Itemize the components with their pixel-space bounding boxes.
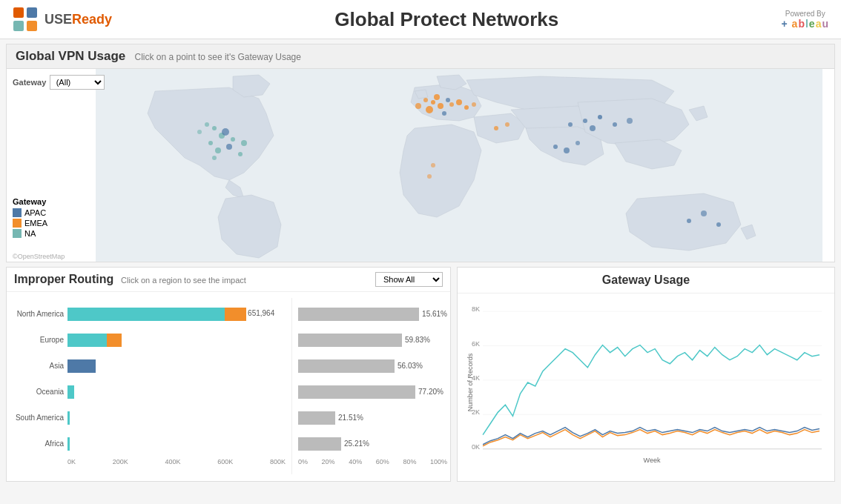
svg-point-9 [231, 137, 235, 142]
bar-europe-teal [67, 334, 107, 347]
pct-label-europe: 59.83% [405, 336, 430, 344]
legend-na-color [13, 229, 22, 238]
bar-asia [67, 359, 286, 373]
svg-rect-1 [27, 7, 37, 18]
gateway-usage-panel: Gateway Usage 8K 6K 4K 2K 0K Number of R… [457, 267, 835, 482]
gateway-filter: Gateway (All) APAC EMEA NA [13, 75, 105, 90]
pct-row-asia[interactable]: 56.03% [298, 358, 447, 374]
svg-point-24 [456, 99, 462, 105]
bar-africa [67, 437, 286, 451]
svg-point-18 [438, 103, 443, 109]
bar-row-na[interactable]: North America 651,964 [10, 306, 286, 322]
svg-point-14 [197, 130, 202, 134]
map-header: Global VPN Usage Click on a point to see… [7, 44, 834, 69]
bar-africa-teal [67, 437, 70, 451]
legend-na-label: NA [24, 229, 36, 238]
map-title: Global VPN Usage [16, 49, 125, 63]
pct-row-sa[interactable]: 21.51% [298, 410, 447, 426]
pct-row-na[interactable]: 15.61% [298, 306, 447, 322]
show-all-select[interactable]: Show All [375, 272, 443, 287]
improper-routing-panel: Improper Routing Click on a region to se… [6, 267, 451, 482]
improper-routing-hint: Click on a region to see the impact [121, 276, 246, 285]
x-axis-week-label: Week [644, 457, 661, 464]
x-label-800k: 800K [270, 458, 286, 465]
svg-point-27 [415, 103, 421, 109]
bars-right: 15.61% 59.83% 56.03% 77.20% [298, 301, 447, 457]
legend-emea-label: EMEA [24, 219, 47, 228]
svg-point-13 [238, 152, 243, 156]
line-chart-container: 8K 6K 4K 2K 0K Number of Records Week [458, 294, 834, 471]
pct-row-europe[interactable]: 59.83% [298, 332, 447, 348]
legend-na: NA [13, 229, 47, 238]
legend-emea: EMEA [13, 219, 47, 228]
powered-by: Powered By + ableau [782, 10, 829, 30]
y-label-6k: 6K [472, 340, 480, 348]
pct-bar-sa [298, 411, 335, 425]
bar-europe [67, 334, 286, 347]
gateway-filter-label: Gateway [13, 78, 46, 87]
x-pct-60: 60% [376, 458, 389, 465]
gateway-usage-title: Gateway Usage [602, 273, 690, 286]
svg-point-7 [208, 141, 213, 145]
x-label-400k: 400K [165, 458, 180, 465]
legend-apac-color [13, 208, 22, 217]
y-label-0k: 0K [472, 443, 480, 451]
map-container: Gateway (All) APAC EMEA NA Gateway APAC … [7, 69, 834, 262]
pct-bar-africa [298, 437, 341, 451]
svg-point-11 [205, 122, 209, 127]
svg-point-43 [431, 163, 435, 168]
gateway-filter-select[interactable]: (All) APAC EMEA NA [50, 75, 105, 90]
bars-left: North America 651,964 Europe [10, 301, 286, 457]
bar-label-africa: Africa [10, 440, 67, 448]
pct-label-sa: 21.51% [338, 414, 363, 422]
svg-point-26 [464, 105, 469, 110]
line-orange [483, 430, 819, 446]
svg-point-42 [716, 222, 721, 227]
bar-asia-blue [67, 359, 96, 373]
bar-oceania [67, 385, 286, 399]
pct-row-africa[interactable]: 25.21% [298, 436, 447, 452]
svg-point-34 [568, 122, 573, 127]
useready-logo-icon [12, 6, 39, 33]
chart-area: North America 651,964 Europe [7, 292, 450, 477]
x-pct-40: 40% [349, 458, 362, 465]
bar-oceania-teal [67, 385, 74, 399]
bar-label-oceania: Oceania [10, 388, 67, 396]
x-label-200k: 200K [113, 458, 128, 465]
world-map-svg[interactable] [96, 69, 822, 262]
bar-row-oceania[interactable]: Oceania [10, 384, 286, 400]
svg-point-30 [590, 125, 596, 131]
bar-row-sa[interactable]: South America [10, 410, 286, 426]
svg-point-25 [423, 98, 428, 102]
left-bar-chart[interactable]: North America 651,964 Europe [10, 298, 291, 474]
bar-na-value: 651,964 [248, 309, 274, 317]
pct-bar-asia [298, 359, 395, 373]
pct-row-oceania[interactable]: 77.20% [298, 384, 447, 400]
gateway-usage-header: Gateway Usage [458, 268, 834, 294]
legend-title: Gateway [13, 197, 47, 206]
show-all-filter: Show All [375, 272, 443, 287]
bar-label-na: North America [10, 310, 67, 318]
pct-label-africa: 25.21% [344, 440, 369, 448]
page-title: Global Protect Networks [334, 8, 558, 31]
bar-na-teal [67, 308, 225, 321]
line-teal [483, 345, 819, 435]
pct-bar-na [298, 308, 419, 321]
x-axis-right: 0% 20% 40% 60% 80% 100% [298, 458, 447, 465]
svg-point-16 [241, 140, 247, 146]
svg-rect-0 [13, 7, 24, 18]
svg-point-22 [434, 94, 440, 100]
svg-point-8 [222, 128, 229, 136]
svg-point-36 [564, 147, 570, 153]
svg-point-5 [212, 126, 217, 130]
bar-label-asia: Asia [10, 362, 67, 370]
bar-row-europe[interactable]: Europe [10, 332, 286, 348]
bar-row-asia[interactable]: Asia [10, 358, 286, 374]
bar-label-europe: Europe [10, 336, 67, 344]
bar-row-africa[interactable]: Africa [10, 436, 286, 452]
svg-point-23 [442, 111, 446, 116]
svg-point-44 [427, 174, 432, 179]
improper-routing-title: Improper Routing Click on a region to se… [14, 273, 246, 286]
svg-point-28 [472, 102, 476, 107]
improper-routing-label: Improper Routing [14, 273, 113, 285]
